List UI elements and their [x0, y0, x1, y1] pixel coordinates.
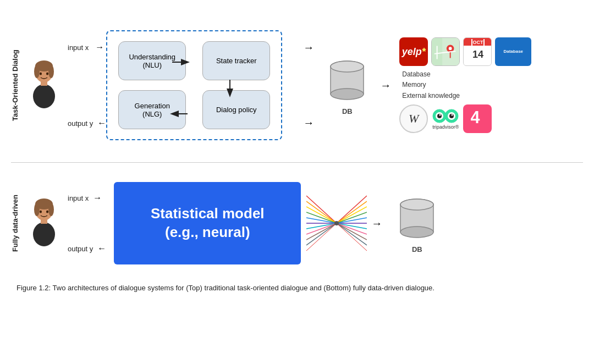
svg-point-39 — [48, 203, 54, 216]
arrow-left-bottom: ← — [97, 244, 106, 253]
svg-point-18 — [449, 47, 452, 51]
db-top: DB — [328, 56, 366, 115]
weather-channel-icon: Database — [495, 37, 531, 66]
svg-point-14 — [331, 61, 364, 72]
svg-line-45 — [306, 201, 337, 223]
db-label-bottom: DB — [412, 245, 422, 253]
avatar-bottom — [25, 198, 63, 248]
input-label-bottom: input x — [68, 194, 89, 202]
svg-point-2 — [34, 65, 40, 78]
main-container: Task-Oriented Dialog — [0, 0, 594, 364]
nlg-box: Generation(NLG) — [118, 90, 186, 129]
db-bottom: DB — [398, 194, 436, 253]
model-text-line1: Statistical model — [151, 205, 265, 223]
top-section: Task-Oriented Dialog — [11, 11, 583, 159]
svg-point-13 — [331, 89, 364, 100]
model-text-line2: (e.g., neural) — [151, 223, 265, 242]
statistical-model-box: Statistical model (e.g., neural) — [114, 182, 301, 264]
map-icon — [431, 37, 460, 66]
svg-point-34 — [452, 114, 453, 115]
svg-line-64 — [337, 223, 367, 245]
bottom-side-label: Fully data-driven — [11, 174, 19, 273]
svg-point-66 — [334, 221, 339, 225]
nlu-box: Understanding(NLU) — [118, 41, 186, 80]
arrow-right-top-input: → — [95, 42, 104, 52]
db-memory-labels: Database Memory External knowledge — [402, 69, 460, 101]
svg-point-43 — [46, 211, 48, 213]
arrow-to-db: → → — [303, 41, 314, 129]
wikipedia-icon: W — [399, 104, 428, 133]
top-side-label: Task-Oriented Dialog — [11, 25, 19, 146]
output-row-top: output y ← — [68, 118, 106, 128]
svg-point-42 — [40, 211, 42, 213]
external-label: External knowledge — [402, 91, 460, 101]
svg-rect-5 — [41, 80, 47, 86]
svg-point-33 — [439, 114, 441, 115]
dialog-policy-box: Dialog policy — [202, 90, 270, 129]
calendar-icon: OCT 14 — [463, 37, 492, 66]
svg-point-7 — [46, 73, 48, 75]
svg-text:4: 4 — [471, 109, 480, 126]
svg-point-4 — [33, 84, 55, 108]
input-row-bottom: input x → — [68, 193, 106, 203]
arrow-from-db: → — [380, 79, 391, 92]
bottom-io-col: input x → output y ← — [68, 187, 106, 259]
svg-line-47 — [306, 212, 337, 223]
svg-line-56 — [337, 201, 367, 223]
tripadvisor-icon: tripadvisor® — [431, 108, 460, 130]
bottom-section: Fully data-driven input x → outpu — [11, 168, 583, 278]
svg-point-38 — [34, 203, 40, 216]
memory-label: Memory — [402, 80, 460, 90]
svg-text:14: 14 — [472, 49, 483, 60]
top-right-cluster: yelp* — [399, 37, 531, 133]
svg-line-51 — [306, 223, 337, 234]
output-label-bottom: output y — [68, 245, 93, 253]
input-row-top: input x → — [68, 42, 106, 52]
figure-caption: Figure 1.2: Two architectures of dialogu… — [11, 283, 583, 294]
avatar-top — [25, 60, 63, 110]
tripadvisor-label: tripadvisor® — [432, 124, 459, 130]
svg-point-3 — [48, 65, 54, 78]
svg-rect-41 — [41, 218, 47, 224]
top-io-col: input x → output y ← — [68, 36, 106, 135]
neural-net-wires — [306, 185, 367, 262]
arrow-to-db-bottom: → — [371, 217, 382, 230]
arrow-left-top-output: ← — [97, 118, 106, 128]
svg-point-69 — [400, 227, 433, 238]
svg-line-53 — [306, 223, 337, 245]
foursquare-icon: 4 — [463, 104, 492, 133]
state-tracker-box: State tracker — [202, 41, 270, 80]
dashed-pipeline-box: Understanding(NLU) State tracker Generat… — [106, 30, 282, 140]
arrow-right-bottom: → — [93, 193, 102, 203]
output-label-top: output y — [68, 119, 93, 128]
database-label: Database — [402, 69, 460, 80]
svg-point-40 — [33, 222, 55, 246]
section-divider — [11, 162, 583, 163]
db-label-top: DB — [342, 107, 353, 115]
svg-line-62 — [337, 223, 367, 234]
svg-line-58 — [337, 212, 367, 223]
output-row-bottom: output y ← — [68, 244, 106, 253]
svg-point-6 — [40, 73, 42, 75]
svg-text:OCT: OCT — [473, 40, 484, 45]
yelp-icon: yelp* — [399, 37, 428, 66]
input-label-top: input x — [68, 43, 89, 52]
svg-point-70 — [400, 199, 433, 210]
